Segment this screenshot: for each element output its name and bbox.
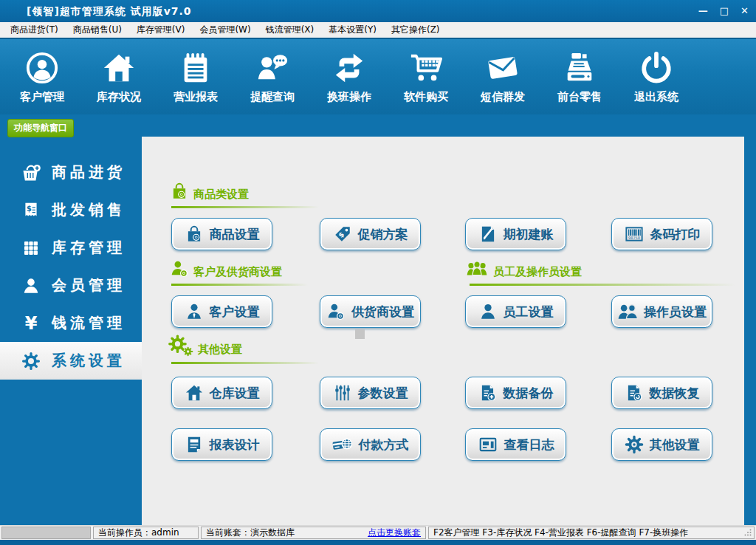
section-underline	[171, 284, 308, 286]
window-controls: — □ ✕	[698, 4, 749, 17]
basket-add-icon	[18, 162, 44, 183]
splitter-handle	[355, 329, 365, 339]
menu-item-inventory[interactable]: 库存管理(V)	[129, 24, 193, 36]
other-settings-button[interactable]: 其他设置	[611, 428, 712, 461]
switch-account-link[interactable]: 点击更换账套	[368, 527, 421, 539]
people-group-icon	[465, 258, 489, 279]
parameter-settings-button[interactable]: 参数设置	[320, 377, 421, 409]
card-globe-icon	[332, 435, 353, 454]
close-button[interactable]: ✕	[740, 4, 749, 17]
section-underline	[470, 284, 735, 286]
menu-item-purchase[interactable]: 商品进货(T)	[3, 24, 66, 36]
bag-gear-icon	[185, 224, 204, 244]
gear-icon	[625, 435, 644, 454]
toolbar-item-stock[interactable]: 库存状况	[80, 39, 157, 114]
bag-gear-icon	[170, 181, 189, 202]
maximize-button[interactable]: □	[720, 4, 729, 17]
sliders-icon	[333, 383, 352, 402]
status-operator: 当前操作员：admin	[93, 527, 199, 539]
status-account: 当前账套：演示数据库 点击更换账套	[201, 527, 426, 539]
minimize-button[interactable]: —	[698, 4, 708, 17]
section-underline	[171, 206, 319, 208]
person-icon	[18, 276, 44, 295]
main-panel: 商品类设置 商品设置 $ 促销方案 期初建账 98758 条码打印	[142, 137, 744, 525]
toolbar-item-reminders[interactable]: 提醒查询	[234, 39, 311, 114]
svg-text:$: $	[27, 205, 32, 213]
toolbar-item-sms[interactable]: 短信群发	[464, 39, 541, 114]
sidebar: 商品进货 $ 批发销售 库存管理 会员管理 ¥ 钱流管理	[0, 114, 142, 525]
resize-grip[interactable]	[744, 529, 752, 536]
sidebar-item-inventory[interactable]: 库存管理	[0, 229, 142, 267]
menubar: 商品进货(T) 商品销售(U) 库存管理(V) 会员管理(W) 钱流管理(X) …	[0, 22, 756, 38]
user-chat-icon	[255, 51, 289, 85]
report-icon	[185, 435, 204, 454]
toolbar: 客户管理 库存状况 营业报表 提醒查询 换班操作 软件购买 短信群发 前台零售	[0, 38, 756, 114]
status-panel-empty	[1, 527, 91, 539]
section-header-product: 商品类设置	[170, 181, 249, 202]
toolbar-item-purchase-software[interactable]: 软件购买	[388, 39, 464, 114]
menu-item-settings[interactable]: 基本设置(Y)	[321, 24, 384, 36]
promotion-plan-button[interactable]: $ 促销方案	[320, 218, 421, 250]
app-window: [领智]超市管理系统 试用版v7.0 — □ ✕ 商品进货(T) 商品销售(U)…	[0, 0, 756, 545]
toolbar-item-shift[interactable]: 换班操作	[311, 39, 388, 114]
section-header-other: 其他设置	[168, 335, 242, 357]
notepad-icon	[179, 51, 213, 85]
log-window-icon	[478, 435, 498, 454]
report-design-button[interactable]: 报表设计	[171, 428, 272, 461]
barcode-print-button[interactable]: 98758 条码打印	[611, 218, 712, 250]
sidebar-item-wholesale[interactable]: $ 批发销售	[0, 191, 142, 229]
sidebar-item-cashflow[interactable]: ¥ 钱流管理	[0, 304, 142, 342]
power-icon	[639, 51, 673, 85]
sidebar-item-system-settings[interactable]: 系统设置	[0, 342, 142, 380]
window-bottom-border	[0, 540, 756, 545]
person-gear-icon	[326, 302, 346, 321]
opening-balance-button[interactable]: 期初建账	[465, 218, 566, 250]
sidebar-item-members[interactable]: 会员管理	[0, 267, 142, 304]
operator-settings-button[interactable]: 操作员设置	[611, 295, 712, 328]
user-circle-icon	[25, 51, 59, 85]
data-restore-button[interactable]: 数据恢复	[611, 377, 712, 409]
sidebar-item-purchase[interactable]: 商品进货	[0, 154, 142, 191]
person-gear-icon	[170, 258, 189, 279]
view-log-button[interactable]: 查看日志	[465, 428, 566, 461]
document-plus-icon	[478, 383, 498, 402]
gears-icon	[168, 335, 193, 357]
menu-item-sales[interactable]: 商品销售(U)	[66, 24, 129, 36]
section-header-employees-operators: 员工及操作员设置	[465, 258, 582, 279]
people-icon	[617, 302, 638, 321]
payment-method-button[interactable]: 付款方式	[320, 428, 421, 461]
grid-icon	[18, 239, 44, 257]
menu-item-other[interactable]: 其它操作(Z)	[384, 24, 447, 36]
cash-register-icon	[563, 51, 597, 85]
envelope-icon	[486, 51, 520, 85]
price-tag-icon: $	[333, 224, 352, 244]
toolbar-item-pos[interactable]: 前台零售	[541, 39, 618, 114]
house-icon	[185, 383, 204, 402]
document-pen-icon	[478, 224, 498, 244]
receipt-money-icon: $	[18, 201, 44, 220]
warehouse-settings-button[interactable]: 仓库设置	[171, 377, 272, 409]
status-hotkeys: F2客户管理 F3-库存状况 F4-营业报表 F6-提醒查询 F7-换班操作	[428, 527, 755, 539]
home-icon	[102, 51, 136, 85]
statusbar: 当前操作员：admin 当前账套：演示数据库 点击更换账套 F2客户管理 F3-…	[0, 525, 756, 540]
account-label: 当前账套：演示数据库	[206, 527, 295, 539]
menu-item-cashflow[interactable]: 钱流管理(X)	[258, 24, 322, 36]
customer-settings-button[interactable]: 客户设置	[171, 295, 272, 328]
supplier-settings-button[interactable]: 供货商设置	[320, 295, 421, 328]
barcode-icon: 98758	[624, 224, 645, 244]
menu-item-members[interactable]: 会员管理(W)	[192, 24, 258, 36]
toolbar-item-exit[interactable]: 退出系统	[618, 39, 695, 114]
employee-settings-button[interactable]: 员工设置	[465, 295, 566, 328]
sync-arrows-icon	[332, 51, 366, 85]
shopping-cart-icon	[409, 51, 443, 85]
gear-icon	[18, 352, 44, 371]
toolbar-item-reports[interactable]: 营业报表	[157, 39, 234, 114]
yen-icon: ¥	[18, 315, 44, 332]
product-settings-button[interactable]: 商品设置	[171, 218, 272, 250]
toolbar-item-customers[interactable]: 客户管理	[4, 39, 80, 114]
nav-tag: 功能导航窗口	[7, 119, 74, 137]
app-title: [领智]超市管理系统 试用版v7.0	[27, 5, 192, 18]
body: 功能导航窗口 商品进货 $ 批发销售 库存管理 会员管理	[0, 114, 756, 525]
data-backup-button[interactable]: 数据备份	[465, 377, 566, 409]
person-icon	[478, 302, 498, 321]
